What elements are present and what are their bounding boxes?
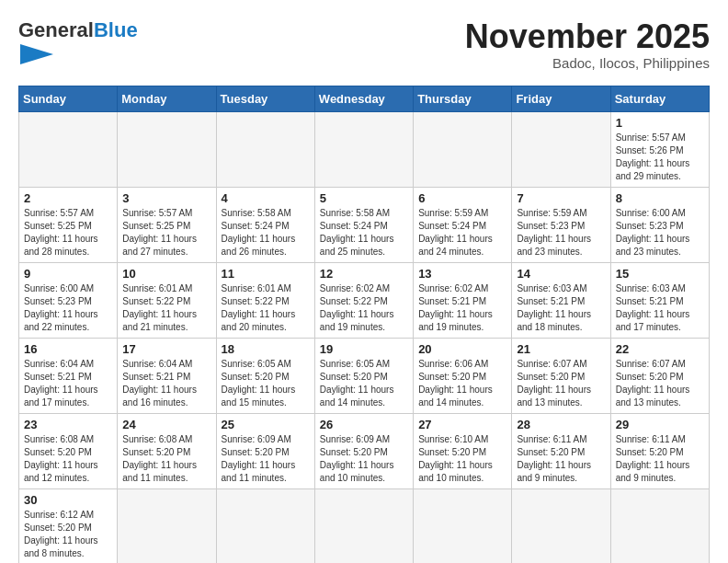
day-number: 25 bbox=[222, 418, 310, 431]
day-info: Sunrise: 6:05 AM Sunset: 5:20 PM Dayligh… bbox=[222, 358, 310, 409]
calendar-day-cell: 10Sunrise: 6:01 AM Sunset: 5:22 PM Dayli… bbox=[118, 262, 216, 338]
day-number: 6 bbox=[418, 191, 506, 205]
calendar-day-cell: 5Sunrise: 5:58 AM Sunset: 5:24 PM Daylig… bbox=[314, 187, 413, 262]
day-info: Sunrise: 6:12 AM Sunset: 5:20 PM Dayligh… bbox=[24, 509, 112, 560]
day-info: Sunrise: 5:57 AM Sunset: 5:26 PM Dayligh… bbox=[616, 132, 704, 183]
calendar-day-cell bbox=[216, 111, 314, 187]
calendar-day-cell: 2Sunrise: 5:57 AM Sunset: 5:25 PM Daylig… bbox=[19, 187, 118, 262]
calendar-day-cell: 18Sunrise: 6:05 AM Sunset: 5:20 PM Dayli… bbox=[216, 338, 314, 413]
weekday-header-friday: Friday bbox=[512, 86, 610, 111]
day-number: 12 bbox=[320, 267, 408, 281]
calendar-day-cell: 19Sunrise: 6:05 AM Sunset: 5:20 PM Dayli… bbox=[314, 338, 413, 413]
calendar-day-cell: 3Sunrise: 5:57 AM Sunset: 5:25 PM Daylig… bbox=[118, 187, 216, 262]
calendar-day-cell bbox=[414, 111, 512, 187]
day-number: 10 bbox=[122, 267, 210, 281]
calendar-day-cell: 8Sunrise: 6:00 AM Sunset: 5:23 PM Daylig… bbox=[610, 187, 709, 262]
day-info: Sunrise: 6:00 AM Sunset: 5:23 PM Dayligh… bbox=[24, 282, 112, 334]
weekday-header-row: SundayMondayTuesdayWednesdayThursdayFrid… bbox=[19, 86, 710, 111]
logo-blue-text: Blue bbox=[94, 18, 138, 42]
calendar-day-cell: 26Sunrise: 6:09 AM Sunset: 5:20 PM Dayli… bbox=[314, 413, 413, 488]
calendar-week-row: 30Sunrise: 6:12 AM Sunset: 5:20 PM Dayli… bbox=[19, 488, 710, 563]
calendar-day-cell: 6Sunrise: 5:59 AM Sunset: 5:24 PM Daylig… bbox=[414, 187, 512, 262]
calendar-day-cell: 28Sunrise: 6:11 AM Sunset: 5:20 PM Dayli… bbox=[512, 413, 610, 488]
day-info: Sunrise: 6:02 AM Sunset: 5:21 PM Dayligh… bbox=[418, 282, 506, 334]
day-number: 8 bbox=[616, 191, 704, 205]
calendar-day-cell: 14Sunrise: 6:03 AM Sunset: 5:21 PM Dayli… bbox=[512, 262, 610, 338]
calendar-day-cell: 29Sunrise: 6:11 AM Sunset: 5:20 PM Dayli… bbox=[610, 413, 709, 488]
day-info: Sunrise: 6:05 AM Sunset: 5:20 PM Dayligh… bbox=[320, 358, 408, 409]
day-info: Sunrise: 5:58 AM Sunset: 5:24 PM Dayligh… bbox=[222, 207, 310, 259]
day-number: 15 bbox=[616, 267, 704, 281]
day-number: 4 bbox=[222, 191, 310, 205]
day-info: Sunrise: 5:57 AM Sunset: 5:25 PM Dayligh… bbox=[122, 207, 210, 259]
day-number: 24 bbox=[122, 418, 210, 431]
day-number: 9 bbox=[24, 267, 112, 281]
calendar-day-cell: 1Sunrise: 5:57 AM Sunset: 5:26 PM Daylig… bbox=[610, 111, 709, 187]
calendar-week-row: 1Sunrise: 5:57 AM Sunset: 5:26 PM Daylig… bbox=[19, 111, 710, 187]
calendar-day-cell bbox=[118, 111, 216, 187]
calendar-day-cell: 12Sunrise: 6:02 AM Sunset: 5:22 PM Dayli… bbox=[314, 262, 413, 338]
month-title: November 2025 bbox=[465, 18, 710, 55]
day-info: Sunrise: 5:58 AM Sunset: 5:24 PM Dayligh… bbox=[320, 207, 408, 259]
calendar-day-cell bbox=[414, 488, 512, 563]
weekday-header-wednesday: Wednesday bbox=[314, 86, 413, 111]
day-info: Sunrise: 6:11 AM Sunset: 5:20 PM Dayligh… bbox=[616, 433, 704, 485]
calendar-day-cell: 15Sunrise: 6:03 AM Sunset: 5:21 PM Dayli… bbox=[610, 262, 709, 338]
day-number: 3 bbox=[122, 191, 210, 205]
calendar-day-cell bbox=[512, 488, 610, 563]
calendar-day-cell: 9Sunrise: 6:00 AM Sunset: 5:23 PM Daylig… bbox=[19, 262, 118, 338]
calendar-day-cell bbox=[19, 111, 118, 187]
day-number: 29 bbox=[616, 418, 704, 431]
day-number: 30 bbox=[24, 493, 112, 507]
day-info: Sunrise: 6:08 AM Sunset: 5:20 PM Dayligh… bbox=[24, 433, 112, 485]
day-info: Sunrise: 6:04 AM Sunset: 5:21 PM Dayligh… bbox=[122, 358, 210, 409]
day-number: 2 bbox=[24, 191, 112, 205]
day-info: Sunrise: 5:59 AM Sunset: 5:23 PM Dayligh… bbox=[517, 207, 605, 259]
day-info: Sunrise: 6:00 AM Sunset: 5:23 PM Dayligh… bbox=[616, 207, 704, 259]
day-number: 28 bbox=[517, 418, 605, 431]
calendar-day-cell: 24Sunrise: 6:08 AM Sunset: 5:20 PM Dayli… bbox=[118, 413, 216, 488]
day-info: Sunrise: 6:07 AM Sunset: 5:20 PM Dayligh… bbox=[616, 358, 704, 409]
logo-triangle-icon bbox=[20, 44, 53, 64]
day-info: Sunrise: 5:57 AM Sunset: 5:25 PM Dayligh… bbox=[24, 207, 112, 259]
calendar-day-cell bbox=[118, 488, 216, 563]
weekday-header-thursday: Thursday bbox=[414, 86, 512, 111]
weekday-header-sunday: Sunday bbox=[19, 86, 118, 111]
calendar-day-cell: 23Sunrise: 6:08 AM Sunset: 5:20 PM Dayli… bbox=[19, 413, 118, 488]
calendar-week-row: 16Sunrise: 6:04 AM Sunset: 5:21 PM Dayli… bbox=[19, 338, 710, 413]
day-number: 1 bbox=[616, 116, 704, 130]
calendar-day-cell: 25Sunrise: 6:09 AM Sunset: 5:20 PM Dayli… bbox=[216, 413, 314, 488]
day-info: Sunrise: 5:59 AM Sunset: 5:24 PM Dayligh… bbox=[418, 207, 506, 259]
weekday-header-monday: Monday bbox=[118, 86, 216, 111]
day-info: Sunrise: 6:07 AM Sunset: 5:20 PM Dayligh… bbox=[517, 358, 605, 409]
calendar-day-cell: 27Sunrise: 6:10 AM Sunset: 5:20 PM Dayli… bbox=[414, 413, 512, 488]
day-info: Sunrise: 6:09 AM Sunset: 5:20 PM Dayligh… bbox=[320, 433, 408, 485]
day-number: 19 bbox=[320, 342, 408, 356]
day-number: 22 bbox=[616, 342, 704, 356]
day-info: Sunrise: 6:01 AM Sunset: 5:22 PM Dayligh… bbox=[122, 282, 210, 334]
calendar-day-cell: 4Sunrise: 5:58 AM Sunset: 5:24 PM Daylig… bbox=[216, 187, 314, 262]
calendar-day-cell bbox=[314, 488, 413, 563]
day-number: 21 bbox=[517, 342, 605, 356]
day-info: Sunrise: 6:04 AM Sunset: 5:21 PM Dayligh… bbox=[24, 358, 112, 409]
logo: General Blue bbox=[18, 18, 138, 64]
day-info: Sunrise: 6:03 AM Sunset: 5:21 PM Dayligh… bbox=[616, 282, 704, 334]
location-subtitle: Badoc, Ilocos, Philippines bbox=[465, 55, 710, 71]
day-info: Sunrise: 6:06 AM Sunset: 5:20 PM Dayligh… bbox=[418, 358, 506, 409]
day-info: Sunrise: 6:09 AM Sunset: 5:20 PM Dayligh… bbox=[222, 433, 310, 485]
title-block: November 2025 Badoc, Ilocos, Philippines bbox=[465, 18, 710, 71]
day-number: 18 bbox=[222, 342, 310, 356]
calendar-day-cell: 16Sunrise: 6:04 AM Sunset: 5:21 PM Dayli… bbox=[19, 338, 118, 413]
svg-marker-0 bbox=[20, 44, 53, 64]
day-number: 20 bbox=[418, 342, 506, 356]
weekday-header-tuesday: Tuesday bbox=[216, 86, 314, 111]
day-number: 23 bbox=[24, 418, 112, 431]
day-number: 27 bbox=[418, 418, 506, 431]
calendar-day-cell: 20Sunrise: 6:06 AM Sunset: 5:20 PM Dayli… bbox=[414, 338, 512, 413]
day-number: 17 bbox=[122, 342, 210, 356]
day-info: Sunrise: 6:10 AM Sunset: 5:20 PM Dayligh… bbox=[418, 433, 506, 485]
calendar-day-cell bbox=[512, 111, 610, 187]
page-header: General Blue November 2025 Badoc, Ilocos… bbox=[18, 18, 710, 71]
day-number: 16 bbox=[24, 342, 112, 356]
day-info: Sunrise: 6:11 AM Sunset: 5:20 PM Dayligh… bbox=[517, 433, 605, 485]
